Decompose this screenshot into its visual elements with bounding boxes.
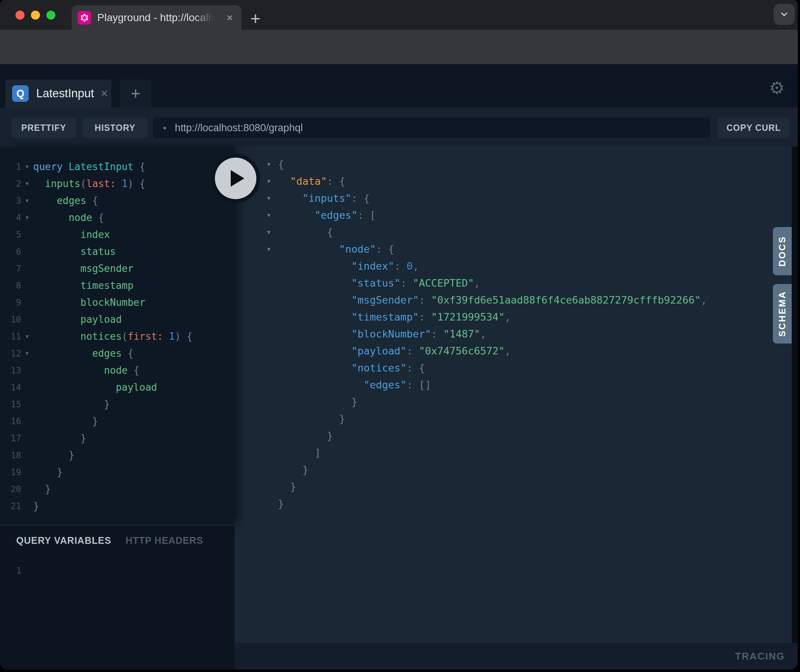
code-text: query LatestInput { [33, 161, 145, 172]
new-tab-button[interactable]: + [250, 8, 261, 29]
code-text: "status": "ACCEPTED", [278, 277, 480, 289]
fold-arrow-icon[interactable]: ▼ [21, 164, 33, 170]
line-number: 21 [0, 501, 21, 511]
settings-gear-icon[interactable]: ⚙ [769, 79, 784, 96]
code-line: 8 timestamp [0, 277, 235, 294]
tab-docs[interactable]: DOCS [773, 227, 792, 275]
code-line: 7 msgSender [0, 260, 235, 277]
fold-arrow-icon[interactable]: ▼ [21, 181, 33, 187]
code-text: notices(first: 1) { [33, 331, 193, 342]
fold-arrow-icon[interactable]: ▼ [21, 350, 33, 356]
query-editor-lines: 1▼query LatestInput {2▼ inputs(last: 1) … [0, 158, 235, 514]
session-tab-close-icon[interactable]: × [101, 87, 107, 100]
result-line: ▼ "edges": [ [235, 206, 798, 224]
code-text: payload [33, 382, 157, 393]
playground-toolbar: PRETTIFY HISTORY ● http://localhost:8080… [0, 107, 798, 147]
code-line: 12▼ edges { [0, 345, 235, 362]
code-text: inputs(last: 1) { [33, 178, 145, 189]
browser-window: Playground - http://localhost:8 × + ← → [0, 0, 798, 670]
fold-arrow-icon[interactable]: ▼ [21, 198, 33, 204]
fold-arrow-icon[interactable]: ▼ [263, 212, 274, 218]
code-text: "msgSender": "0xf39fd6e51aad88f6f4ce6ab8… [278, 294, 707, 306]
line-number: 12 [0, 349, 21, 358]
line-number: 1 [0, 162, 21, 171]
fold-arrow-icon[interactable]: ▼ [21, 333, 33, 339]
endpoint-input[interactable]: ● http://localhost:8080/graphql [153, 117, 710, 138]
result-line: "timestamp": "1721999534", [235, 309, 798, 325]
code-line: 4▼ node { [0, 209, 235, 226]
code-text: msgSender [33, 263, 133, 274]
code-text: "blockNumber": "1487", [278, 328, 486, 340]
result-line: } [235, 461, 798, 478]
line-number: 4 [0, 213, 21, 222]
tab-http-headers[interactable]: HTTP HEADERS [126, 535, 203, 546]
code-text: "payload": "0x74756c6572", [278, 345, 511, 357]
tab-close-icon[interactable]: × [226, 12, 233, 23]
code-text: timestamp [33, 280, 133, 291]
code-text: } [33, 450, 75, 461]
code-line: 20 } [0, 480, 235, 498]
code-text: } [278, 396, 357, 408]
tab-title: Playground - http://localhost:8 [97, 12, 214, 24]
minimize-window-button[interactable] [31, 11, 40, 19]
tracing-bar: TRACING [235, 643, 798, 670]
execute-query-button[interactable] [211, 154, 260, 203]
prettify-button[interactable]: PRETTIFY [11, 117, 76, 138]
code-line: 3▼ edges { [0, 192, 235, 209]
result-line: } [235, 427, 798, 444]
result-line: ▼ "data": { [235, 173, 798, 190]
fold-arrow-icon[interactable]: ▼ [263, 161, 274, 168]
line-number: 3 [0, 196, 21, 205]
code-text: "data": { [278, 175, 346, 187]
code-text: status [33, 246, 116, 257]
code-text: } [33, 432, 86, 444]
code-text: "edges": [ [278, 209, 376, 221]
code-line: 14 payload [0, 379, 235, 395]
tab-search-button[interactable] [774, 4, 795, 25]
result-line: } [235, 478, 798, 495]
tracing-toggle[interactable]: TRACING [735, 651, 785, 662]
code-text: "timestamp": "1721999534", [278, 311, 511, 323]
copy-curl-button[interactable]: COPY CURL [718, 117, 789, 138]
line-number: 11 [0, 331, 21, 341]
code-text: } [278, 413, 346, 425]
tab-query-variables[interactable]: QUERY VARIABLES [16, 535, 111, 546]
result-line: "index": 0, [235, 258, 798, 275]
browser-tab[interactable]: Playground - http://localhost:8 × [72, 5, 241, 30]
code-text: } [278, 498, 284, 509]
close-window-button[interactable] [16, 11, 24, 19]
code-text: { [278, 158, 284, 170]
result-line: "payload": "0x74756c6572", [235, 342, 798, 359]
line-number: 9 [0, 298, 21, 307]
code-line: 1▼query LatestInput { [0, 158, 235, 175]
new-session-tab-button[interactable]: + [120, 80, 151, 107]
code-line: 21} [0, 498, 235, 514]
schema-label: SCHEMA [777, 291, 787, 337]
result-line: ▼{ [235, 156, 798, 173]
code-line: 15 } [0, 395, 235, 413]
query-editor[interactable]: 1▼query LatestInput {2▼ inputs(last: 1) … [0, 147, 235, 525]
fold-arrow-icon[interactable]: ▼ [263, 246, 274, 252]
result-line: } [235, 495, 798, 512]
history-button[interactable]: HISTORY [83, 117, 147, 138]
result-line: "blockNumber": "1487", [235, 325, 798, 342]
result-line: } [235, 410, 798, 427]
variables-line-number: 1 [16, 566, 235, 576]
fold-arrow-icon[interactable]: ▼ [263, 178, 274, 184]
session-tab-latestinput[interactable]: Q LatestInput × [5, 80, 111, 107]
tab-schema[interactable]: SCHEMA [773, 284, 792, 344]
line-number: 10 [0, 315, 21, 324]
line-number: 13 [0, 365, 21, 375]
line-number: 5 [0, 230, 21, 240]
play-disc [215, 158, 256, 199]
fold-arrow-icon[interactable]: ▼ [263, 195, 274, 202]
maximize-window-button[interactable] [46, 11, 55, 19]
code-text: } [33, 483, 51, 495]
code-line: 11▼ notices(first: 1) { [0, 328, 235, 345]
line-number: 15 [0, 399, 21, 409]
fold-arrow-icon[interactable]: ▼ [21, 214, 33, 221]
line-number: 18 [0, 450, 21, 460]
graphql-favicon-icon [78, 11, 91, 24]
fold-arrow-icon[interactable]: ▼ [263, 229, 274, 235]
code-line: 10 payload [0, 311, 235, 328]
